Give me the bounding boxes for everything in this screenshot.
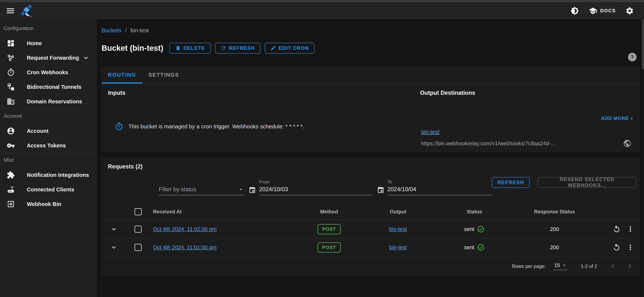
satellite-logo-icon[interactable] — [19, 3, 34, 18]
sidebar-divider — [0, 109, 96, 109]
sidebar-item-label: Domain Reservations — [27, 99, 82, 105]
theme-toggle-button[interactable] — [570, 7, 579, 15]
status-cell: sent — [464, 225, 485, 233]
expand-row-icon[interactable] — [110, 244, 118, 251]
chevron-down-icon[interactable] — [82, 54, 90, 62]
menu-button[interactable] — [6, 6, 15, 16]
sidebar-section-misc: Misc — [0, 157, 96, 164]
filter-row: Filter by status From 2024/10/03 — [102, 177, 639, 195]
breadcrumb: Buckets / bin-test — [102, 27, 640, 34]
pagination-range: 1-2 of 2 — [581, 263, 597, 269]
cron-note-text: This bucket is managed by a cron trigger… — [128, 123, 304, 130]
select-all-checkbox[interactable] — [134, 208, 142, 215]
delete-button-label: DELETE — [183, 45, 205, 51]
sidebar-item-connected-clients[interactable]: Connected Clients — [0, 182, 96, 197]
cron-note-row: This bucket is managed by a cron trigger… — [114, 122, 420, 131]
sidebar-item-label: Cron Webhooks — [27, 69, 68, 76]
puzzle-icon — [6, 171, 15, 179]
add-more-button[interactable]: ADD MORE + — [601, 116, 634, 121]
docs-label: DOCS — [600, 8, 616, 14]
request-received-link[interactable]: Oct 4th 2024, 11:02:00 pm — [150, 226, 216, 232]
sidebar-item-home[interactable]: Home — [0, 36, 96, 51]
to-date-field[interactable]: To 2024/10/04 — [388, 179, 492, 195]
timer-icon — [6, 68, 15, 77]
page-scrollbar[interactable] — [642, 19, 644, 297]
dropdown-arrow-icon — [562, 263, 567, 268]
top-app-bar: DOCS — [0, 2, 644, 19]
calendar-icon[interactable] — [377, 186, 384, 194]
row-actions — [612, 225, 639, 233]
table-row: Oct 4th 2024, 11:01:00 pm POST bin-test … — [102, 238, 639, 257]
globe-icon[interactable] — [623, 139, 632, 148]
dropdown-arrow-icon — [238, 187, 244, 192]
domain-icon — [6, 97, 15, 106]
previous-page-button[interactable] — [609, 262, 616, 270]
to-label: To — [388, 179, 492, 184]
requests-refresh-button[interactable]: REFRESH — [492, 177, 530, 188]
kebab-menu-icon[interactable] — [626, 225, 634, 233]
sidebar-divider — [0, 153, 96, 153]
sidebar-item-account[interactable]: Account — [0, 124, 96, 138]
column-header-output: Output — [390, 209, 406, 215]
filter-actions: REFRESH RESEND SELECTED WEBHOOKS... — [492, 177, 636, 188]
key-icon — [6, 141, 15, 150]
from-value[interactable]: 2024/10/03 — [259, 186, 372, 195]
output-link[interactable]: bin-test — [389, 226, 407, 232]
brightness-icon — [570, 7, 579, 15]
row-checkbox[interactable] — [134, 225, 142, 233]
tunnels-icon — [6, 83, 15, 91]
sidebar-item-label: Webhook Bin — [27, 201, 61, 207]
sidebar-item-request-forwarding[interactable]: Request Forwarding — [0, 51, 96, 65]
account-circle-icon — [6, 127, 15, 135]
inputs-column: Inputs This bucket is managed by a cron … — [102, 84, 420, 151]
replay-icon[interactable] — [612, 225, 621, 233]
rows-per-page-label: Rows per page: — [512, 263, 546, 269]
sidebar-item-access-tokens[interactable]: Access Tokens — [0, 138, 96, 153]
routing-card: ROUTING SETTINGS Inputs This bucket is m… — [102, 66, 640, 152]
status-text: sent — [464, 244, 474, 250]
tab-settings[interactable]: SETTINGS — [142, 66, 185, 83]
outputs-title: Output Destinations — [420, 90, 634, 96]
sidebar-item-cron-webhooks[interactable]: Cron Webhooks — [0, 65, 96, 80]
router-icon — [6, 185, 15, 194]
sidebar-item-webhook-bin[interactable]: Webhook Bin — [0, 197, 96, 211]
sidebar-item-domain-reservations[interactable]: Domain Reservations — [0, 94, 96, 109]
outputs-column: Output Destinations ADD MORE + bin-test … — [420, 84, 639, 151]
column-header-status: Status — [467, 209, 482, 215]
destination-link[interactable]: bin-test — [421, 129, 440, 135]
tab-routing[interactable]: ROUTING — [102, 66, 142, 83]
sidebar-item-bidirectional-tunnels[interactable]: Bidirectional Tunnels — [0, 80, 96, 94]
requests-card: Requests (2) Filter by status From 2024/… — [102, 158, 640, 276]
requests-title: Requests (2) — [102, 158, 639, 170]
main-content: Buckets / bin-test Bucket (bin-test) DEL… — [96, 19, 644, 297]
next-page-button[interactable] — [626, 262, 634, 270]
from-date-field[interactable]: From 2024/10/03 — [259, 179, 372, 195]
row-checkbox[interactable] — [134, 244, 142, 251]
breadcrumb-buckets-link[interactable]: Buckets — [102, 27, 122, 34]
dashboard-icon — [6, 39, 15, 47]
scrollbar-thumb[interactable] — [642, 19, 644, 69]
timer-icon — [114, 122, 124, 131]
edit-cron-button[interactable]: EDIT CRON — [265, 43, 314, 54]
refresh-icon — [221, 45, 226, 51]
rows-per-page-select[interactable]: 15 — [553, 262, 568, 270]
refresh-button[interactable]: REFRESH — [215, 43, 260, 54]
delete-button[interactable]: DELETE — [170, 43, 210, 54]
output-link[interactable]: bin-test — [389, 244, 407, 250]
replay-icon[interactable] — [612, 243, 621, 251]
status-filter-placeholder: Filter by status — [159, 186, 196, 193]
docs-link[interactable]: DOCS — [589, 7, 616, 15]
page-title: Bucket (bin-test) — [102, 44, 163, 53]
sidebar-item-label: Notification Integrations — [27, 172, 89, 178]
gear-icon — [625, 7, 634, 15]
to-value[interactable]: 2024/10/04 — [388, 186, 492, 195]
expand-row-icon[interactable] — [110, 225, 118, 233]
calendar-icon[interactable] — [248, 186, 256, 194]
resend-webhooks-button[interactable]: RESEND SELECTED WEBHOOKS... — [538, 177, 636, 188]
status-filter-select[interactable]: Filter by status — [159, 186, 244, 195]
settings-button[interactable] — [625, 7, 634, 15]
sidebar-item-notification-integrations[interactable]: Notification Integrations — [0, 168, 96, 182]
request-received-link[interactable]: Oct 4th 2024, 11:01:00 pm — [150, 244, 216, 250]
kebab-menu-icon[interactable] — [626, 243, 634, 251]
help-button[interactable]: ? — [628, 53, 636, 61]
